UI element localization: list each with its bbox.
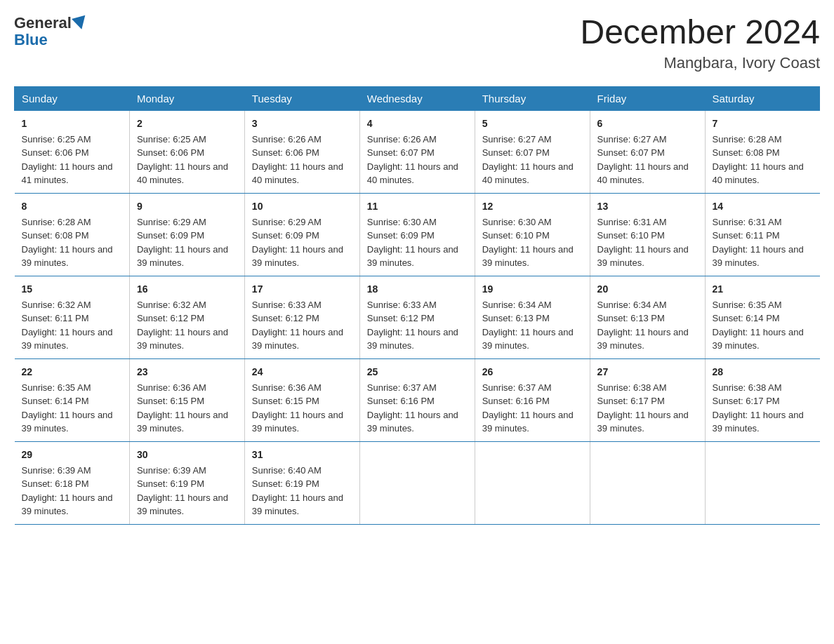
day-number: 4 <box>367 116 468 131</box>
day-number: 15 <box>22 282 122 297</box>
day-info: Sunrise: 6:25 AMSunset: 6:06 PMDaylight:… <box>137 134 228 186</box>
day-number: 25 <box>367 365 468 380</box>
column-header-thursday: Thursday <box>475 86 590 110</box>
day-number: 30 <box>137 448 237 462</box>
calendar-cell <box>705 441 820 524</box>
day-number: 3 <box>252 116 352 131</box>
day-number: 5 <box>482 116 583 131</box>
calendar-cell: 21Sunrise: 6:35 AMSunset: 6:14 PMDayligh… <box>705 276 820 358</box>
calendar-cell: 14Sunrise: 6:31 AMSunset: 6:11 PMDayligh… <box>705 193 820 276</box>
day-info: Sunrise: 6:37 AMSunset: 6:16 PMDaylight:… <box>482 382 574 434</box>
calendar-cell: 4Sunrise: 6:26 AMSunset: 6:07 PMDaylight… <box>359 110 475 193</box>
day-number: 26 <box>482 365 583 380</box>
day-number: 13 <box>597 199 698 214</box>
column-header-monday: Monday <box>129 86 244 110</box>
column-header-tuesday: Tuesday <box>244 86 359 110</box>
day-info: Sunrise: 6:34 AMSunset: 6:13 PMDaylight:… <box>597 300 689 351</box>
logo-blue-text: Blue <box>14 31 48 49</box>
logo-triangle-icon <box>72 15 88 32</box>
column-header-sunday: Sunday <box>15 86 130 110</box>
calendar-cell <box>590 441 705 524</box>
calendar-cell <box>359 441 475 524</box>
day-info: Sunrise: 6:35 AMSunset: 6:14 PMDaylight:… <box>713 300 804 351</box>
day-number: 12 <box>482 199 583 214</box>
title-block: December 2024 Mangbara, Ivory Coast <box>580 14 820 72</box>
calendar-week-row: 1Sunrise: 6:25 AMSunset: 6:06 PMDaylight… <box>15 110 821 193</box>
day-info: Sunrise: 6:36 AMSunset: 6:15 PMDaylight:… <box>137 382 228 434</box>
calendar-cell: 7Sunrise: 6:28 AMSunset: 6:08 PMDaylight… <box>705 110 820 193</box>
calendar-cell: 30Sunrise: 6:39 AMSunset: 6:19 PMDayligh… <box>129 441 244 524</box>
calendar-cell: 2Sunrise: 6:25 AMSunset: 6:06 PMDaylight… <box>129 110 244 193</box>
calendar-cell <box>475 441 590 524</box>
location-subtitle: Mangbara, Ivory Coast <box>580 54 820 72</box>
column-header-saturday: Saturday <box>705 86 820 110</box>
column-header-friday: Friday <box>590 86 705 110</box>
day-info: Sunrise: 6:32 AMSunset: 6:11 PMDaylight:… <box>22 300 113 351</box>
day-info: Sunrise: 6:36 AMSunset: 6:15 PMDaylight:… <box>252 382 343 434</box>
day-info: Sunrise: 6:28 AMSunset: 6:08 PMDaylight:… <box>713 134 804 186</box>
calendar-week-row: 15Sunrise: 6:32 AMSunset: 6:11 PMDayligh… <box>15 276 821 358</box>
day-info: Sunrise: 6:35 AMSunset: 6:14 PMDaylight:… <box>22 382 113 434</box>
page-header: General Blue December 2024 Mangbara, Ivo… <box>14 14 820 72</box>
calendar-header-row: SundayMondayTuesdayWednesdayThursdayFrid… <box>15 86 821 110</box>
day-info: Sunrise: 6:29 AMSunset: 6:09 PMDaylight:… <box>137 217 228 269</box>
day-info: Sunrise: 6:33 AMSunset: 6:12 PMDaylight:… <box>367 300 458 351</box>
day-number: 9 <box>137 199 237 214</box>
day-info: Sunrise: 6:33 AMSunset: 6:12 PMDaylight:… <box>252 300 343 351</box>
calendar-cell: 20Sunrise: 6:34 AMSunset: 6:13 PMDayligh… <box>590 276 705 358</box>
day-number: 7 <box>713 116 813 131</box>
day-info: Sunrise: 6:39 AMSunset: 6:19 PMDaylight:… <box>137 465 228 517</box>
calendar-cell: 12Sunrise: 6:30 AMSunset: 6:10 PMDayligh… <box>475 193 590 276</box>
logo: General Blue <box>14 14 88 49</box>
day-number: 2 <box>137 116 237 131</box>
column-header-wednesday: Wednesday <box>359 86 475 110</box>
calendar-cell: 26Sunrise: 6:37 AMSunset: 6:16 PMDayligh… <box>475 358 590 441</box>
day-number: 11 <box>367 199 468 214</box>
day-info: Sunrise: 6:31 AMSunset: 6:11 PMDaylight:… <box>713 217 804 269</box>
day-info: Sunrise: 6:29 AMSunset: 6:09 PMDaylight:… <box>252 217 343 269</box>
page-title: December 2024 <box>580 14 820 51</box>
calendar-cell: 28Sunrise: 6:38 AMSunset: 6:17 PMDayligh… <box>705 358 820 441</box>
day-info: Sunrise: 6:26 AMSunset: 6:06 PMDaylight:… <box>252 134 343 186</box>
day-number: 23 <box>137 365 237 380</box>
calendar-cell: 31Sunrise: 6:40 AMSunset: 6:19 PMDayligh… <box>244 441 359 524</box>
day-info: Sunrise: 6:32 AMSunset: 6:12 PMDaylight:… <box>137 300 228 351</box>
logo-general-text: General <box>14 14 72 32</box>
day-number: 18 <box>367 282 468 297</box>
calendar-cell: 15Sunrise: 6:32 AMSunset: 6:11 PMDayligh… <box>15 276 130 358</box>
day-info: Sunrise: 6:37 AMSunset: 6:16 PMDaylight:… <box>367 382 458 434</box>
calendar-cell: 27Sunrise: 6:38 AMSunset: 6:17 PMDayligh… <box>590 358 705 441</box>
day-number: 20 <box>597 282 698 297</box>
day-info: Sunrise: 6:30 AMSunset: 6:09 PMDaylight:… <box>367 217 458 269</box>
day-number: 14 <box>713 199 813 214</box>
day-number: 19 <box>482 282 583 297</box>
calendar-table: SundayMondayTuesdayWednesdayThursdayFrid… <box>14 86 820 525</box>
day-number: 31 <box>252 448 352 462</box>
day-number: 1 <box>22 116 122 131</box>
day-info: Sunrise: 6:40 AMSunset: 6:19 PMDaylight:… <box>252 465 343 517</box>
day-info: Sunrise: 6:25 AMSunset: 6:06 PMDaylight:… <box>22 134 113 186</box>
calendar-cell: 13Sunrise: 6:31 AMSunset: 6:10 PMDayligh… <box>590 193 705 276</box>
day-number: 10 <box>252 199 352 214</box>
calendar-cell: 25Sunrise: 6:37 AMSunset: 6:16 PMDayligh… <box>359 358 475 441</box>
calendar-cell: 1Sunrise: 6:25 AMSunset: 6:06 PMDaylight… <box>15 110 130 193</box>
day-info: Sunrise: 6:38 AMSunset: 6:17 PMDaylight:… <box>713 382 804 434</box>
calendar-week-row: 22Sunrise: 6:35 AMSunset: 6:14 PMDayligh… <box>15 358 821 441</box>
calendar-cell: 8Sunrise: 6:28 AMSunset: 6:08 PMDaylight… <box>15 193 130 276</box>
day-number: 16 <box>137 282 237 297</box>
day-info: Sunrise: 6:28 AMSunset: 6:08 PMDaylight:… <box>22 217 113 269</box>
day-info: Sunrise: 6:38 AMSunset: 6:17 PMDaylight:… <box>597 382 689 434</box>
day-number: 28 <box>713 365 813 380</box>
calendar-cell: 6Sunrise: 6:27 AMSunset: 6:07 PMDaylight… <box>590 110 705 193</box>
day-number: 27 <box>597 365 698 380</box>
day-number: 24 <box>252 365 352 380</box>
calendar-cell: 18Sunrise: 6:33 AMSunset: 6:12 PMDayligh… <box>359 276 475 358</box>
day-info: Sunrise: 6:27 AMSunset: 6:07 PMDaylight:… <box>597 134 689 186</box>
calendar-week-row: 8Sunrise: 6:28 AMSunset: 6:08 PMDaylight… <box>15 193 821 276</box>
day-number: 6 <box>597 116 698 131</box>
day-info: Sunrise: 6:27 AMSunset: 6:07 PMDaylight:… <box>482 134 574 186</box>
calendar-cell: 16Sunrise: 6:32 AMSunset: 6:12 PMDayligh… <box>129 276 244 358</box>
calendar-cell: 23Sunrise: 6:36 AMSunset: 6:15 PMDayligh… <box>129 358 244 441</box>
calendar-cell: 17Sunrise: 6:33 AMSunset: 6:12 PMDayligh… <box>244 276 359 358</box>
day-number: 17 <box>252 282 352 297</box>
